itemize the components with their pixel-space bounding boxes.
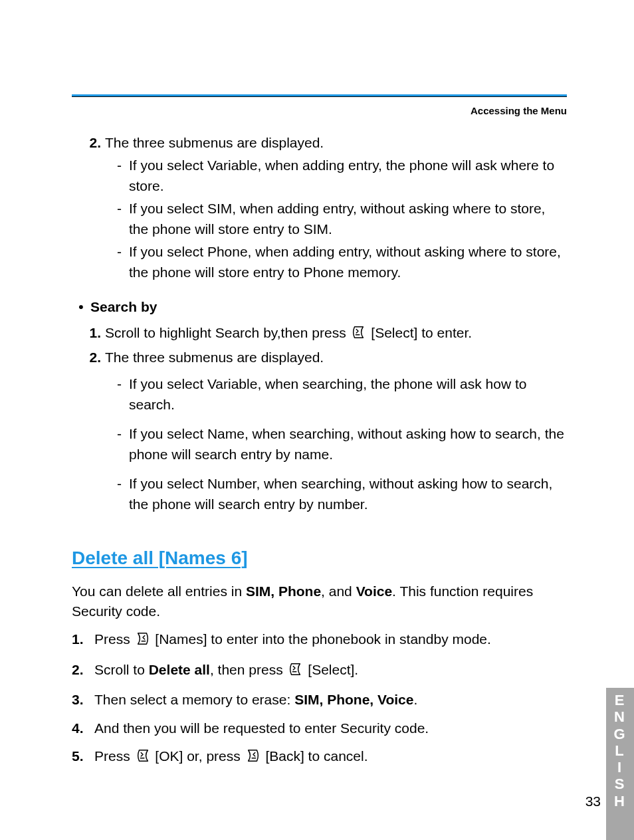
list-item: 2. The three submenus are displayed. bbox=[72, 133, 567, 153]
sub-item: -If you select Variable, when adding ent… bbox=[117, 156, 567, 196]
header-section-title: Accessing the Menu bbox=[471, 105, 567, 116]
softkey-left-icon bbox=[288, 662, 302, 682]
page-number: 33 bbox=[585, 793, 601, 809]
list-body: The three submenus are displayed. bbox=[105, 348, 567, 368]
list-item: 4. And then you will be requested to ent… bbox=[72, 718, 567, 738]
list-body: The three submenus are displayed. bbox=[105, 133, 567, 153]
list-item: 1. Scroll to highlight Search by,then pr… bbox=[72, 323, 567, 345]
list-item: 1. Press [Names] to enter into the phone… bbox=[72, 629, 567, 651]
sub-item: -If you select Name, when searching, wit… bbox=[117, 424, 567, 465]
sub-item: -If you select Variable, when searching,… bbox=[117, 374, 567, 415]
sub-item: -If you select SIM, when adding entry, w… bbox=[117, 199, 567, 239]
list-number: 1. bbox=[72, 323, 105, 345]
header-rule-shadow bbox=[72, 96, 567, 97]
page-content: 2. The three submenus are displayed. -If… bbox=[72, 133, 567, 777]
list-item: 2. Scroll to Delete all, then press [Sel… bbox=[72, 660, 567, 682]
softkey-left-icon bbox=[136, 748, 150, 768]
search-by-title: Search by bbox=[90, 297, 157, 317]
list-item: 2. The three submenus are displayed. bbox=[72, 348, 567, 368]
list-number: 2. bbox=[72, 348, 105, 368]
bullet-heading: • Search by bbox=[72, 297, 567, 317]
sub-item: -If you select Number, when searching, w… bbox=[117, 474, 567, 514]
language-tab: E N G L I S H bbox=[606, 688, 634, 815]
section-heading-delete-all: Delete all [Names 6] bbox=[72, 545, 567, 572]
intro-paragraph: You can delete all entries in SIM, Phone… bbox=[72, 581, 567, 622]
softkey-right-icon bbox=[246, 748, 261, 768]
softkey-left-icon bbox=[351, 325, 366, 345]
list-item: 3. Then select a memory to erase: SIM, P… bbox=[72, 690, 567, 710]
list-body: Scroll to highlight Search by,then press… bbox=[105, 323, 567, 345]
list-number: 2. bbox=[72, 133, 105, 153]
list-item: 5. Press [OK] or, press [Back] to cancel… bbox=[72, 746, 567, 768]
sub-item: -If you select Phone, when adding entry,… bbox=[117, 242, 567, 282]
softkey-right-icon bbox=[136, 631, 150, 651]
